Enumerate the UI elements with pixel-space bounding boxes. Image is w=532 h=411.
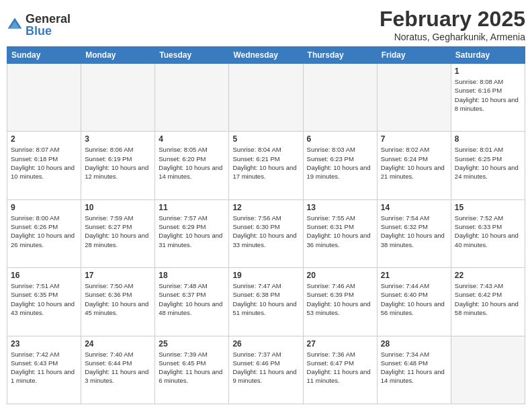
day-number: 28 xyxy=(381,339,447,349)
header: General Blue February 2025 Noratus, Gegh… xyxy=(7,7,525,42)
calendar-cell: 24Sunrise: 7:40 AM Sunset: 6:44 PM Dayli… xyxy=(81,336,155,404)
day-number: 14 xyxy=(381,203,447,212)
day-info: Sunrise: 7:39 AM Sunset: 6:45 PM Dayligh… xyxy=(159,350,225,385)
day-info: Sunrise: 7:43 AM Sunset: 6:42 PM Dayligh… xyxy=(455,281,521,317)
day-info: Sunrise: 7:47 AM Sunset: 6:38 PM Dayligh… xyxy=(232,281,299,317)
day-number: 9 xyxy=(11,203,77,212)
calendar-cell: 12Sunrise: 7:56 AM Sunset: 6:30 PM Dayli… xyxy=(229,199,303,267)
day-header-monday: Monday xyxy=(81,47,155,64)
day-number: 8 xyxy=(455,134,521,144)
calendar-cell xyxy=(7,64,81,132)
calendar-cell: 18Sunrise: 7:48 AM Sunset: 6:37 PM Dayli… xyxy=(155,268,229,336)
calendar-cell: 21Sunrise: 7:44 AM Sunset: 6:40 PM Dayli… xyxy=(377,268,451,336)
day-number: 26 xyxy=(232,339,299,349)
calendar-cell: 16Sunrise: 7:51 AM Sunset: 6:35 PM Dayli… xyxy=(7,268,81,336)
day-info: Sunrise: 8:03 AM Sunset: 6:23 PM Dayligh… xyxy=(307,145,373,181)
calendar-cell: 10Sunrise: 7:59 AM Sunset: 6:27 PM Dayli… xyxy=(81,199,155,267)
title-block: February 2025 Noratus, Gegharkunik, Arme… xyxy=(380,7,525,42)
day-number: 24 xyxy=(85,339,151,349)
day-info: Sunrise: 8:02 AM Sunset: 6:24 PM Dayligh… xyxy=(381,145,447,181)
calendar-cell: 26Sunrise: 7:37 AM Sunset: 6:46 PM Dayli… xyxy=(229,336,303,404)
day-number: 20 xyxy=(307,271,373,280)
day-info: Sunrise: 7:51 AM Sunset: 6:35 PM Dayligh… xyxy=(11,281,77,317)
day-number: 11 xyxy=(159,203,225,212)
day-number: 12 xyxy=(232,203,299,212)
calendar-cell xyxy=(451,336,525,404)
calendar-cell: 9Sunrise: 8:00 AM Sunset: 6:26 PM Daylig… xyxy=(7,199,81,267)
calendar-cell: 15Sunrise: 7:52 AM Sunset: 6:33 PM Dayli… xyxy=(451,199,525,267)
calendar-cell: 17Sunrise: 7:50 AM Sunset: 6:36 PM Dayli… xyxy=(81,268,155,336)
day-info: Sunrise: 7:50 AM Sunset: 6:36 PM Dayligh… xyxy=(85,281,151,317)
day-number: 2 xyxy=(11,134,77,144)
day-info: Sunrise: 8:01 AM Sunset: 6:25 PM Dayligh… xyxy=(455,145,521,181)
day-header-friday: Friday xyxy=(377,47,451,64)
calendar-cell: 1Sunrise: 8:08 AM Sunset: 6:16 PM Daylig… xyxy=(451,64,525,132)
day-info: Sunrise: 7:52 AM Sunset: 6:33 PM Dayligh… xyxy=(455,214,521,249)
day-header-wednesday: Wednesday xyxy=(229,47,303,64)
day-info: Sunrise: 8:08 AM Sunset: 6:16 PM Dayligh… xyxy=(455,77,521,113)
calendar-cell xyxy=(303,64,377,132)
day-info: Sunrise: 7:40 AM Sunset: 6:44 PM Dayligh… xyxy=(85,350,151,385)
day-info: Sunrise: 7:42 AM Sunset: 6:43 PM Dayligh… xyxy=(11,350,77,385)
calendar-cell: 7Sunrise: 8:02 AM Sunset: 6:24 PM Daylig… xyxy=(377,132,451,199)
day-info: Sunrise: 7:36 AM Sunset: 6:47 PM Dayligh… xyxy=(307,350,373,385)
calendar-cell: 8Sunrise: 8:01 AM Sunset: 6:25 PM Daylig… xyxy=(451,132,525,199)
day-info: Sunrise: 8:04 AM Sunset: 6:21 PM Dayligh… xyxy=(232,145,299,181)
calendar-cell: 2Sunrise: 8:07 AM Sunset: 6:18 PM Daylig… xyxy=(7,132,81,199)
day-number: 18 xyxy=(159,271,225,280)
day-info: Sunrise: 7:57 AM Sunset: 6:29 PM Dayligh… xyxy=(159,214,225,249)
calendar-table: SundayMondayTuesdayWednesdayThursdayFrid… xyxy=(7,46,525,404)
day-number: 1 xyxy=(455,66,521,76)
day-number: 16 xyxy=(11,271,77,280)
day-info: Sunrise: 7:54 AM Sunset: 6:32 PM Dayligh… xyxy=(381,214,447,249)
day-number: 10 xyxy=(85,203,151,212)
day-number: 27 xyxy=(307,339,373,349)
logo-general-text: General xyxy=(26,12,71,26)
day-info: Sunrise: 7:59 AM Sunset: 6:27 PM Dayligh… xyxy=(85,214,151,249)
day-info: Sunrise: 8:07 AM Sunset: 6:18 PM Dayligh… xyxy=(11,145,77,181)
calendar-cell: 28Sunrise: 7:34 AM Sunset: 6:48 PM Dayli… xyxy=(377,336,451,404)
calendar-week-3: 16Sunrise: 7:51 AM Sunset: 6:35 PM Dayli… xyxy=(7,268,525,336)
calendar-cell: 13Sunrise: 7:55 AM Sunset: 6:31 PM Dayli… xyxy=(303,199,377,267)
logo: General Blue xyxy=(7,13,71,37)
day-number: 6 xyxy=(307,134,373,144)
day-number: 22 xyxy=(455,271,521,280)
day-header-tuesday: Tuesday xyxy=(155,47,229,64)
location: Noratus, Gegharkunik, Armenia xyxy=(380,32,525,42)
calendar-header-row: SundayMondayTuesdayWednesdayThursdayFrid… xyxy=(7,47,525,64)
calendar-cell: 27Sunrise: 7:36 AM Sunset: 6:47 PM Dayli… xyxy=(303,336,377,404)
day-info: Sunrise: 8:06 AM Sunset: 6:19 PM Dayligh… xyxy=(85,145,151,181)
page: General Blue February 2025 Noratus, Gegh… xyxy=(0,0,532,411)
calendar-cell: 3Sunrise: 8:06 AM Sunset: 6:19 PM Daylig… xyxy=(81,132,155,199)
day-info: Sunrise: 7:37 AM Sunset: 6:46 PM Dayligh… xyxy=(232,350,299,385)
day-info: Sunrise: 7:55 AM Sunset: 6:31 PM Dayligh… xyxy=(307,214,373,249)
calendar-cell: 6Sunrise: 8:03 AM Sunset: 6:23 PM Daylig… xyxy=(303,132,377,199)
day-info: Sunrise: 7:48 AM Sunset: 6:37 PM Dayligh… xyxy=(159,281,225,317)
logo-blue-text: Blue xyxy=(26,24,52,38)
calendar-cell: 5Sunrise: 8:04 AM Sunset: 6:21 PM Daylig… xyxy=(229,132,303,199)
day-number: 15 xyxy=(455,203,521,212)
day-info: Sunrise: 7:56 AM Sunset: 6:30 PM Dayligh… xyxy=(232,214,299,249)
calendar-week-2: 9Sunrise: 8:00 AM Sunset: 6:26 PM Daylig… xyxy=(7,199,525,267)
calendar-cell: 11Sunrise: 7:57 AM Sunset: 6:29 PM Dayli… xyxy=(155,199,229,267)
day-number: 19 xyxy=(232,271,299,280)
day-info: Sunrise: 8:00 AM Sunset: 6:26 PM Dayligh… xyxy=(11,214,77,249)
day-number: 25 xyxy=(159,339,225,349)
calendar-cell: 23Sunrise: 7:42 AM Sunset: 6:43 PM Dayli… xyxy=(7,336,81,404)
day-header-thursday: Thursday xyxy=(303,47,377,64)
logo-icon xyxy=(7,17,23,33)
day-number: 21 xyxy=(381,271,447,280)
day-number: 17 xyxy=(85,271,151,280)
calendar-week-1: 2Sunrise: 8:07 AM Sunset: 6:18 PM Daylig… xyxy=(7,132,525,199)
day-header-sunday: Sunday xyxy=(7,47,81,64)
day-number: 3 xyxy=(85,134,151,144)
day-info: Sunrise: 7:44 AM Sunset: 6:40 PM Dayligh… xyxy=(381,281,447,317)
calendar-cell xyxy=(155,64,229,132)
day-info: Sunrise: 8:05 AM Sunset: 6:20 PM Dayligh… xyxy=(159,145,225,181)
day-number: 7 xyxy=(381,134,447,144)
calendar-cell xyxy=(81,64,155,132)
calendar-week-4: 23Sunrise: 7:42 AM Sunset: 6:43 PM Dayli… xyxy=(7,336,525,404)
day-header-saturday: Saturday xyxy=(451,47,525,64)
day-info: Sunrise: 7:34 AM Sunset: 6:48 PM Dayligh… xyxy=(381,350,447,385)
day-number: 4 xyxy=(159,134,225,144)
